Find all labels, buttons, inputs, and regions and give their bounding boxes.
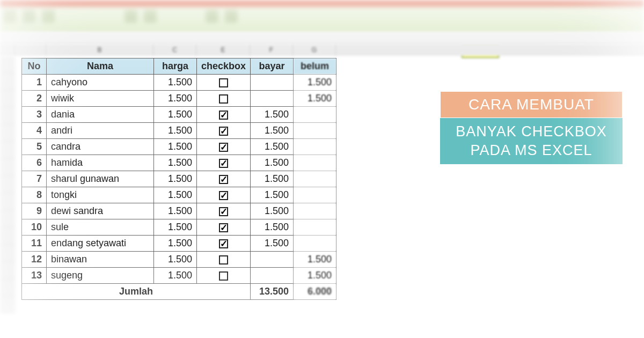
cell-nama[interactable]: candra	[47, 139, 154, 155]
cell-no[interactable]: 13	[22, 268, 47, 284]
cell-belum[interactable]	[294, 236, 336, 252]
cell-no[interactable]: 11	[22, 236, 47, 252]
cell-no[interactable]: 10	[22, 219, 47, 236]
cell-harga[interactable]: 1.500	[154, 187, 197, 203]
cell-checkbox[interactable]	[197, 236, 251, 252]
checkbox-icon[interactable]	[219, 159, 228, 168]
cell-nama[interactable]: sugeng	[47, 268, 154, 284]
cell-harga[interactable]: 1.500	[154, 203, 197, 219]
cell-belum[interactable]	[294, 171, 336, 187]
cell-bayar[interactable]: 1.500	[251, 187, 294, 203]
cell-harga[interactable]: 1.500	[154, 107, 197, 123]
cell-harga[interactable]: 1.500	[154, 91, 197, 107]
cell-checkbox[interactable]	[197, 171, 251, 187]
cell-checkbox[interactable]	[197, 252, 251, 268]
cell-nama[interactable]: wiwik	[47, 91, 154, 107]
cell-checkbox[interactable]	[197, 107, 251, 123]
cell-belum[interactable]: 1.500	[294, 268, 336, 284]
cell-no[interactable]: 8	[22, 187, 47, 203]
cell-belum[interactable]	[294, 203, 336, 219]
cell-nama[interactable]: andri	[47, 123, 154, 139]
cell-bayar[interactable]: 1.500	[251, 139, 294, 155]
cell-no[interactable]: 1	[22, 75, 47, 91]
cell-checkbox[interactable]	[197, 268, 251, 284]
cell-no[interactable]: 6	[22, 155, 47, 171]
cell-nama[interactable]: dewi sandra	[47, 203, 154, 219]
cell-bayar[interactable]	[251, 91, 294, 107]
cell-no[interactable]: 2	[22, 91, 47, 107]
cell-no[interactable]: 5	[22, 139, 47, 155]
cell-bayar[interactable]	[251, 252, 294, 268]
cell-checkbox[interactable]	[197, 187, 251, 203]
cell-no[interactable]: 12	[22, 252, 47, 268]
cell-nama[interactable]: hamida	[47, 155, 154, 171]
cell-bayar[interactable]: 1.500	[251, 107, 294, 123]
cell-nama[interactable]: endang setyawati	[47, 236, 154, 252]
cell-harga[interactable]: 1.500	[154, 155, 197, 171]
cell-belum[interactable]	[294, 155, 336, 171]
cell-checkbox[interactable]	[197, 219, 251, 236]
row-headers[interactable]	[0, 56, 15, 313]
checkbox-icon[interactable]	[219, 207, 228, 216]
checkbox-icon[interactable]	[219, 143, 228, 152]
cell-belum[interactable]: 1.500	[294, 91, 336, 107]
cell-bayar[interactable]	[251, 75, 294, 91]
cell-nama[interactable]: cahyono	[47, 75, 154, 91]
cell-no[interactable]: 4	[22, 123, 47, 139]
formula-bar[interactable]	[0, 32, 644, 44]
column-headers[interactable]: B C E F G	[0, 44, 644, 56]
checkbox-icon[interactable]	[219, 94, 228, 104]
checkbox-icon[interactable]	[219, 111, 228, 120]
header-checkbox[interactable]: checkbox	[197, 58, 251, 75]
header-no[interactable]: No	[22, 58, 47, 75]
cell-harga[interactable]: 1.500	[154, 139, 197, 155]
checkbox-icon[interactable]	[219, 127, 228, 136]
cell-nama[interactable]: sule	[47, 219, 154, 236]
cell-checkbox[interactable]	[197, 123, 251, 139]
cell-harga[interactable]: 1.500	[154, 219, 197, 236]
cell-belum[interactable]	[294, 219, 336, 236]
cell-belum[interactable]	[294, 107, 336, 123]
cell-bayar[interactable]: 1.500	[251, 203, 294, 219]
checkbox-icon[interactable]	[219, 255, 228, 264]
cell-checkbox[interactable]	[197, 91, 251, 107]
cell-nama[interactable]: binawan	[47, 252, 154, 268]
cell-checkbox[interactable]	[197, 139, 251, 155]
cell-belum[interactable]	[294, 187, 336, 203]
checkbox-icon[interactable]	[219, 271, 228, 281]
checkbox-icon[interactable]	[219, 175, 228, 184]
cell-bayar[interactable]	[251, 268, 294, 284]
cell-nama[interactable]: dania	[47, 107, 154, 123]
cell-no[interactable]: 9	[22, 203, 47, 219]
cell-harga[interactable]: 1.500	[154, 268, 197, 284]
header-harga[interactable]: harga	[154, 58, 197, 75]
total-bayar[interactable]: 13.500	[251, 284, 294, 300]
cell-harga[interactable]: 1.500	[154, 171, 197, 187]
cell-belum[interactable]	[294, 139, 336, 155]
header-nama[interactable]: Nama	[47, 58, 154, 75]
cell-harga[interactable]: 1.500	[154, 123, 197, 139]
total-belum[interactable]: 6.000	[294, 284, 336, 300]
cell-harga[interactable]: 1.500	[154, 236, 197, 252]
cell-harga[interactable]: 1.500	[154, 75, 197, 91]
cell-bayar[interactable]: 1.500	[251, 155, 294, 171]
checkbox-icon[interactable]	[219, 191, 228, 200]
cell-belum[interactable]: 1.500	[294, 252, 336, 268]
cell-bayar[interactable]: 1.500	[251, 123, 294, 139]
cell-checkbox[interactable]	[197, 203, 251, 219]
cell-nama[interactable]: sharul gunawan	[47, 171, 154, 187]
cell-no[interactable]: 3	[22, 107, 47, 123]
header-belum[interactable]: belum	[294, 58, 336, 75]
cell-bayar[interactable]: 1.500	[251, 171, 294, 187]
cell-bayar[interactable]: 1.500	[251, 236, 294, 252]
cell-nama[interactable]: tongki	[47, 187, 154, 203]
cell-harga[interactable]: 1.500	[154, 252, 197, 268]
cell-belum[interactable]	[294, 123, 336, 139]
total-label[interactable]: Jumlah	[22, 284, 251, 300]
cell-no[interactable]: 7	[22, 171, 47, 187]
cell-bayar[interactable]: 1.500	[251, 219, 294, 236]
cell-checkbox[interactable]	[197, 75, 251, 91]
cell-belum[interactable]: 1.500	[294, 75, 336, 91]
cell-checkbox[interactable]	[197, 155, 251, 171]
checkbox-icon[interactable]	[219, 78, 228, 87]
